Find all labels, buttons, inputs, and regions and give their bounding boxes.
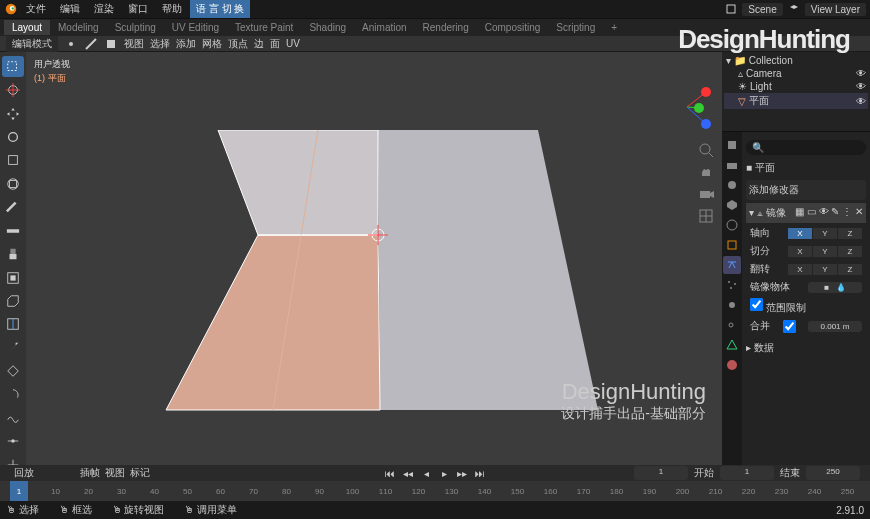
bisect-y[interactable]: Y — [813, 246, 837, 257]
ptab-physics[interactable] — [723, 296, 741, 314]
annotate-tool[interactable] — [2, 197, 24, 218]
axis-y[interactable]: Y — [813, 228, 837, 239]
select-tool[interactable] — [2, 56, 24, 77]
mirror-obj-field[interactable]: ■ 💧 — [808, 282, 862, 293]
clip-checkbox[interactable] — [750, 298, 763, 311]
mode-select[interactable]: 编辑模式 — [6, 36, 58, 52]
move-tool[interactable] — [2, 103, 24, 124]
timeline-ruler[interactable]: 1 01020304050607080901001101201301401501… — [0, 481, 870, 501]
hdr-edge[interactable]: 边 — [254, 37, 264, 51]
start-frame[interactable]: 1 — [720, 466, 774, 480]
play-icon[interactable]: ▸ — [436, 466, 452, 480]
camera-icon[interactable] — [698, 186, 714, 202]
hdr-add[interactable]: 添加 — [176, 37, 196, 51]
face-mode-icon[interactable] — [104, 37, 118, 51]
tl-keying[interactable]: 插帧 — [80, 467, 100, 478]
axis-z[interactable]: Z — [838, 228, 862, 239]
jump-start-icon[interactable]: ⏮ — [382, 466, 398, 480]
tl-view[interactable]: 视图 — [105, 467, 125, 478]
tab-anim[interactable]: Animation — [354, 20, 414, 35]
ptab-view[interactable] — [723, 176, 741, 194]
scale-tool[interactable] — [2, 150, 24, 171]
tab-texpaint[interactable]: Texture Paint — [227, 20, 301, 35]
scene-name[interactable]: Scene — [742, 3, 782, 16]
ptab-constraint[interactable] — [723, 316, 741, 334]
ptab-modifier[interactable] — [723, 256, 741, 274]
next-key-icon[interactable]: ▸▸ — [454, 466, 470, 480]
tab-sculpting[interactable]: Sculpting — [107, 20, 164, 35]
vert-mode-icon[interactable] — [64, 37, 78, 51]
loopcut-tool[interactable] — [2, 314, 24, 335]
knife-tool[interactable] — [2, 337, 24, 358]
tl-mode[interactable]: 回放 — [8, 465, 40, 481]
jump-end-icon[interactable]: ⏭ — [472, 466, 488, 480]
menu-help[interactable]: 帮助 — [156, 0, 188, 18]
extrude-tool[interactable] — [2, 243, 24, 264]
add-modifier-button[interactable]: 添加修改器 — [746, 180, 866, 200]
transform-tool[interactable] — [2, 173, 24, 194]
ptab-object[interactable] — [723, 236, 741, 254]
tab-modeling[interactable]: Modeling — [50, 20, 107, 35]
nav-gizmo[interactable] — [662, 82, 712, 132]
outliner[interactable]: ▾ 📁Collection ▵Camera👁 ☀Light👁 ▽平面👁 — [722, 52, 870, 132]
prev-key-icon[interactable]: ◂◂ — [400, 466, 416, 480]
tab-shading[interactable]: Shading — [301, 20, 354, 35]
menu-edit[interactable]: 编辑 — [54, 0, 86, 18]
outliner-plane[interactable]: 平面 — [749, 94, 769, 108]
hdr-select[interactable]: 选择 — [150, 37, 170, 51]
zoom-icon[interactable] — [698, 142, 714, 158]
menu-window[interactable]: 窗口 — [122, 0, 154, 18]
ptab-data[interactable] — [723, 336, 741, 354]
hdr-vertex[interactable]: 顶点 — [228, 37, 248, 51]
3d-viewport[interactable]: 用户透视 (1) 平面 ▸ 细分 DesignHunting — [26, 52, 722, 499]
slide-tool[interactable] — [2, 431, 24, 452]
tl-marker[interactable]: 标记 — [130, 467, 150, 478]
smooth-tool[interactable] — [2, 407, 24, 428]
outliner-camera[interactable]: Camera — [746, 68, 782, 79]
view-layer-name[interactable]: View Layer — [805, 3, 866, 16]
menu-render[interactable]: 渲染 — [88, 0, 120, 18]
current-frame-field[interactable]: 1 — [634, 466, 688, 480]
axis-x[interactable]: X — [788, 228, 812, 239]
hdr-view[interactable]: 视图 — [124, 37, 144, 51]
ptab-output[interactable] — [723, 156, 741, 174]
bevel-tool[interactable] — [2, 290, 24, 311]
bisect-x[interactable]: X — [788, 246, 812, 257]
outliner-light[interactable]: Light — [750, 81, 772, 92]
hdr-face[interactable]: 面 — [270, 37, 280, 51]
ptab-render[interactable] — [723, 136, 741, 154]
ptab-world[interactable] — [723, 216, 741, 234]
playhead[interactable]: 1 — [10, 481, 28, 501]
hdr-uv[interactable]: UV — [286, 38, 300, 49]
grid-icon[interactable] — [698, 208, 714, 224]
collection-root[interactable]: Collection — [749, 55, 793, 66]
edge-mode-icon[interactable] — [84, 37, 98, 51]
measure-tool[interactable] — [2, 220, 24, 241]
ptab-particle[interactable] — [723, 276, 741, 294]
play-rev-icon[interactable]: ◂ — [418, 466, 434, 480]
ptab-scene[interactable] — [723, 196, 741, 214]
hand-icon[interactable] — [698, 164, 714, 180]
menu-file[interactable]: 文件 — [20, 0, 52, 18]
modifier-header[interactable]: ▾ ⟁ 镜像 ▦ ▭ 👁 ✎ ⋮ ✕ — [746, 203, 866, 224]
ptab-material[interactable] — [723, 356, 741, 374]
data-section[interactable]: 数据 — [754, 342, 774, 353]
poly-tool[interactable] — [2, 360, 24, 381]
merge-value[interactable]: 0.001 m — [808, 321, 862, 332]
hdr-mesh[interactable]: 网格 — [202, 37, 222, 51]
flip-x[interactable]: X — [788, 264, 812, 275]
flip-y[interactable]: Y — [813, 264, 837, 275]
end-frame[interactable]: 250 — [806, 466, 860, 480]
tab-layout[interactable]: Layout — [4, 20, 50, 35]
property-search[interactable] — [746, 140, 866, 155]
inset-tool[interactable] — [2, 267, 24, 288]
tab-uv[interactable]: UV Editing — [164, 20, 227, 35]
bisect-z[interactable]: Z — [838, 246, 862, 257]
tab-comp[interactable]: Compositing — [477, 20, 549, 35]
merge-check[interactable] — [783, 320, 796, 333]
spin-tool[interactable] — [2, 384, 24, 405]
tab-render[interactable]: Rendering — [415, 20, 477, 35]
cursor-tool[interactable] — [2, 79, 24, 100]
menu-lang-switch[interactable]: 语 言 切 换 — [190, 0, 250, 18]
tab-script[interactable]: Scripting — [548, 20, 603, 35]
